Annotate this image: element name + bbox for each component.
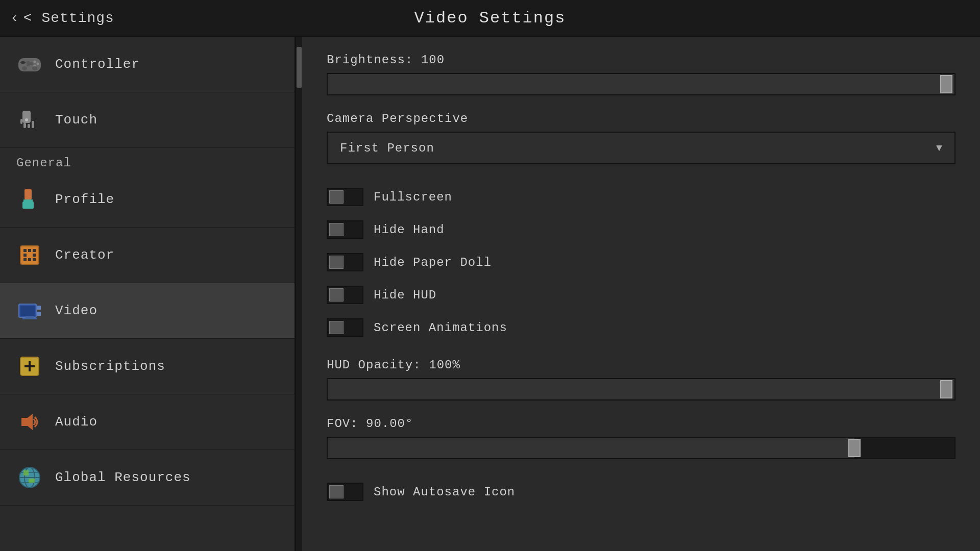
hud-opacity-label: HUD Opacity: 100% [327, 358, 955, 372]
hide-hand-toggle[interactable] [327, 220, 363, 239]
svg-rect-47 [23, 470, 29, 475]
toggle-row-fullscreen: Fullscreen [327, 181, 955, 213]
hud-opacity-slider[interactable] [327, 378, 955, 400]
svg-rect-36 [26, 316, 34, 318]
svg-rect-14 [28, 124, 30, 128]
svg-rect-33 [37, 306, 41, 310]
fov-slider[interactable] [327, 437, 955, 459]
sidebar-item-creator[interactable]: Creator [0, 228, 295, 283]
fov-label: FOV: 90.00° [327, 417, 955, 431]
video-icon [16, 297, 43, 324]
screen-animations-toggle-thumb [329, 321, 344, 334]
toggle-row-hide-paper-doll: Hide Paper Doll [327, 246, 955, 279]
svg-rect-30 [33, 258, 36, 261]
svg-rect-18 [24, 189, 32, 199]
svg-rect-37 [22, 318, 37, 319]
hide-paper-doll-label: Hide Paper Doll [374, 256, 492, 269]
sidebar-scrollbar[interactable] [296, 37, 302, 551]
global-resources-icon [16, 464, 43, 491]
svg-point-4 [34, 61, 36, 63]
main-layout: Controller Touch General [0, 37, 980, 551]
sidebar: Controller Touch General [0, 37, 296, 551]
hud-opacity-slider-fill [328, 379, 954, 399]
dropdown-arrow-icon: ▼ [936, 142, 942, 154]
creator-label: Creator [55, 247, 114, 263]
toggle-row-show-autosave: Show Autosave Icon [327, 475, 955, 508]
hud-opacity-setting: HUD Opacity: 100% [327, 358, 955, 400]
back-button[interactable]: ‹ < Settings [10, 10, 114, 26]
subscriptions-icon [16, 353, 43, 380]
svg-rect-8 [27, 61, 30, 66]
hide-hud-toggle-thumb [329, 288, 344, 302]
brightness-label: Brightness: 100 [327, 53, 955, 67]
svg-rect-22 [23, 249, 27, 252]
svg-rect-16 [20, 119, 22, 124]
brightness-setting: Brightness: 100 [327, 53, 955, 95]
camera-perspective-label: Camera Perspective [327, 112, 955, 126]
fullscreen-toggle[interactable] [327, 188, 363, 206]
svg-rect-13 [23, 123, 26, 128]
brightness-slider-thumb [940, 75, 952, 93]
sidebar-item-audio[interactable]: Audio [0, 394, 295, 450]
svg-rect-15 [32, 121, 34, 128]
section-general-label: General [0, 148, 295, 172]
brightness-slider[interactable] [327, 73, 955, 95]
toggle-row-screen-animations: Screen Animations [327, 311, 955, 344]
screen-animations-toggle[interactable] [327, 318, 363, 337]
camera-perspective-setting: Camera Perspective First Person ▼ [327, 112, 955, 164]
profile-label: Profile [55, 192, 114, 207]
hide-paper-doll-toggle[interactable] [327, 253, 363, 271]
svg-rect-3 [21, 63, 24, 64]
svg-rect-19 [23, 199, 33, 202]
creator-svg [16, 242, 43, 268]
hide-hand-label: Hide Hand [374, 223, 445, 237]
fov-setting: FOV: 90.00° [327, 417, 955, 459]
subscriptions-label: Subscriptions [55, 359, 165, 374]
show-autosave-toggle[interactable] [327, 483, 363, 501]
audio-icon [16, 409, 43, 435]
touch-label: Touch [55, 112, 97, 128]
show-autosave-label: Show Autosave Icon [374, 485, 515, 499]
sidebar-scrollbar-thumb [297, 47, 302, 88]
fov-slider-fill [328, 438, 854, 458]
svg-marker-41 [21, 414, 33, 430]
svg-point-10 [22, 66, 27, 70]
sidebar-item-controller[interactable]: Controller [0, 37, 295, 92]
audio-label: Audio [55, 414, 97, 430]
camera-perspective-dropdown[interactable]: First Person ▼ [327, 132, 955, 164]
svg-rect-20 [22, 202, 34, 209]
creator-icon [16, 242, 43, 268]
svg-rect-26 [28, 254, 31, 257]
sidebar-item-profile[interactable]: Profile [0, 172, 295, 228]
svg-rect-34 [37, 312, 41, 316]
hide-hand-toggle-thumb [329, 223, 344, 236]
svg-rect-35 [20, 306, 35, 316]
fullscreen-toggle-thumb [329, 190, 344, 204]
hud-opacity-slider-thumb [940, 380, 952, 398]
screen-animations-label: Screen Animations [374, 321, 507, 335]
touch-icon [16, 107, 43, 133]
controller-icon [16, 51, 43, 78]
svg-rect-24 [23, 258, 27, 261]
svg-point-5 [37, 63, 39, 65]
hide-hud-label: Hide HUD [374, 288, 436, 302]
sidebar-item-subscriptions[interactable]: Subscriptions [0, 339, 295, 394]
content-area: Brightness: 100 Camera Perspective First… [302, 37, 980, 551]
fullscreen-label: Fullscreen [374, 190, 452, 204]
svg-rect-23 [23, 254, 27, 257]
toggle-row-hide-hud: Hide HUD [327, 279, 955, 311]
video-svg [16, 297, 43, 324]
profile-svg [16, 186, 43, 213]
sidebar-item-video[interactable]: Video [0, 283, 295, 339]
brightness-slider-fill [328, 74, 954, 94]
back-arrow-icon: ‹ [10, 10, 19, 26]
svg-rect-9 [30, 62, 33, 65]
audio-svg [16, 409, 43, 435]
svg-rect-29 [33, 254, 36, 257]
svg-rect-27 [28, 258, 31, 261]
sidebar-item-global-resources[interactable]: Global Resources [0, 450, 295, 506]
sidebar-item-touch[interactable]: Touch [0, 92, 295, 148]
svg-rect-28 [33, 249, 36, 252]
back-label: < Settings [23, 10, 114, 26]
hide-hud-toggle[interactable] [327, 286, 363, 304]
